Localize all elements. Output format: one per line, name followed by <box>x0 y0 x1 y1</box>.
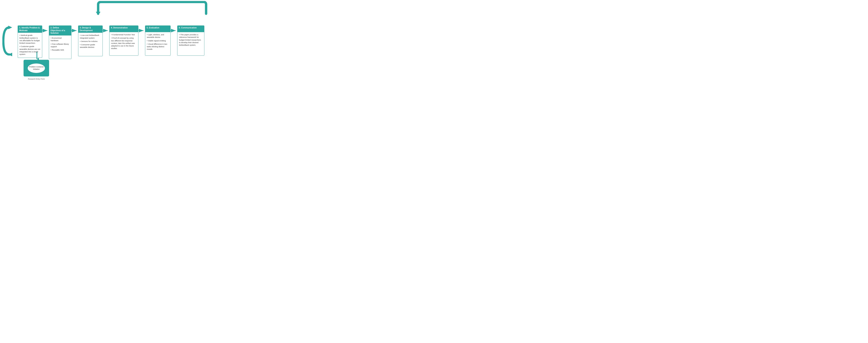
step-5-bullet-3: Visual difference in two tasks eliciting… <box>147 43 169 50</box>
step-2-bullet-2: Free software library support <box>51 43 70 48</box>
step-1-bullet-1: Medical-grade biofeedback system is not … <box>20 34 40 44</box>
arrow-3-4 <box>103 26 109 32</box>
step-6-bullet-1: This paper provides a reference framewor… <box>179 33 203 46</box>
arrow-1-2 <box>42 26 49 32</box>
step-6-body: This paper provides a reference framewor… <box>177 32 204 56</box>
step-3-header: 3. Design & Development <box>78 26 103 33</box>
diagram-container: 1. Identify Problem & Motivate Medical-g… <box>0 0 217 85</box>
bottom-box: Problem-Centered Initiation <box>24 60 49 76</box>
step-2-body: Economical hardware Free software librar… <box>49 35 71 59</box>
down-arrow-step1 <box>35 52 39 61</box>
top-curve-arrow <box>92 1 208 15</box>
research-entry-label: Research Entry Point <box>24 78 49 80</box>
arrow-2-3 <box>71 26 78 32</box>
step-4-header: 4. Demonstration <box>109 26 138 32</box>
bottom-box-inner-text: Problem-Centered Initiation <box>28 64 45 73</box>
step-6-header: 6. Communication <box>177 26 204 32</box>
arrow-5-6 <box>170 26 177 32</box>
step-3-bullet-2: Sensors for Arduino <box>80 40 101 42</box>
step-4-bullet-1: Fundamental Function Test <box>111 33 136 36</box>
step-6-block: 6. Communication This paper provides a r… <box>177 26 204 56</box>
step-4-bullet-2: Proof-of-concept by using two different … <box>111 37 136 49</box>
flow-row: 1. Identify Problem & Motivate Medical-g… <box>18 26 204 59</box>
step-5-bullet-2: Stable signal emitting <box>147 39 169 42</box>
step-5-bullet-1: Light, wireless, and wearable device <box>147 33 169 39</box>
step-3-block: 3. Design & Development Low-cost biofeed… <box>78 26 103 56</box>
step-3-bullet-1: Low-cost biofeedback integrated system <box>80 34 101 39</box>
svg-marker-4 <box>8 26 12 29</box>
step-3-bullet-3: Consumer grade wearable devices <box>80 43 101 48</box>
arrow-4-5 <box>138 26 145 32</box>
step-5-block: 5. Evaluation Light, wireless, and weara… <box>145 26 170 56</box>
step-4-body: Fundamental Function Test Proof-of-conce… <box>109 32 138 56</box>
step-1-header: 1. Identify Problem & Motivate <box>18 26 42 33</box>
left-circle-arrow <box>2 25 17 57</box>
step-3-body: Low-cost biofeedback integrated system S… <box>78 33 103 56</box>
step-5-header: 5. Evaluation <box>145 26 170 32</box>
step-2-block: 2. Define Objectives of a Solution Econo… <box>49 26 71 59</box>
step-2-bullet-3: Reusable SDK <box>51 48 70 51</box>
svg-marker-1 <box>96 12 100 15</box>
step-2-bullet-1: Economical hardware <box>51 37 70 42</box>
svg-marker-5 <box>8 53 12 56</box>
step-2-header: 2. Define Objectives of a Solution <box>49 26 71 35</box>
step-4-block: 4. Demonstration Fundamental Function Te… <box>109 26 138 56</box>
step-5-body: Light, wireless, and wearable device Sta… <box>145 32 170 56</box>
